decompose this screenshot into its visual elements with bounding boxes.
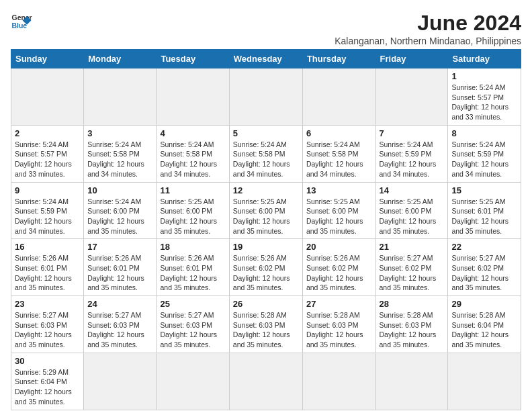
calendar-cell bbox=[302, 353, 375, 410]
day-of-week-header: Thursday bbox=[302, 50, 375, 68]
day-sun-info: Sunrise: 5:24 AM Sunset: 5:59 PM Dayligh… bbox=[15, 197, 80, 236]
day-sun-info: Sunrise: 5:24 AM Sunset: 5:59 PM Dayligh… bbox=[451, 140, 517, 179]
calendar-week-row: 9Sunrise: 5:24 AM Sunset: 5:59 PM Daylig… bbox=[11, 182, 521, 239]
day-number: 21 bbox=[380, 242, 445, 252]
calendar-cell bbox=[11, 68, 84, 126]
day-sun-info: Sunrise: 5:24 AM Sunset: 5:57 PM Dayligh… bbox=[15, 140, 80, 179]
day-number: 9 bbox=[15, 185, 80, 195]
day-sun-info: Sunrise: 5:26 AM Sunset: 6:01 PM Dayligh… bbox=[160, 253, 225, 293]
calendar-cell: 22Sunrise: 5:27 AM Sunset: 6:02 PM Dayli… bbox=[448, 239, 521, 296]
day-sun-info: Sunrise: 5:27 AM Sunset: 6:02 PM Dayligh… bbox=[451, 253, 517, 293]
day-number: 1 bbox=[451, 71, 517, 81]
calendar-cell: 6Sunrise: 5:24 AM Sunset: 5:58 PM Daylig… bbox=[302, 125, 375, 182]
day-sun-info: Sunrise: 5:27 AM Sunset: 6:03 PM Dayligh… bbox=[160, 310, 225, 350]
day-number: 30 bbox=[15, 356, 80, 366]
calendar-cell: 18Sunrise: 5:26 AM Sunset: 6:01 PM Dayli… bbox=[157, 239, 229, 296]
calendar-cell: 2Sunrise: 5:24 AM Sunset: 5:57 PM Daylig… bbox=[11, 125, 84, 182]
location-subtitle: Kalanganan, Northern Mindanao, Philippin… bbox=[335, 36, 521, 46]
calendar-cell bbox=[84, 353, 157, 410]
calendar-cell: 16Sunrise: 5:26 AM Sunset: 6:01 PM Dayli… bbox=[11, 239, 84, 296]
calendar-cell: 1Sunrise: 5:24 AM Sunset: 5:57 PM Daylig… bbox=[448, 68, 521, 126]
calendar-cell: 3Sunrise: 5:24 AM Sunset: 5:58 PM Daylig… bbox=[84, 125, 157, 182]
day-number: 26 bbox=[233, 299, 299, 309]
day-sun-info: Sunrise: 5:28 AM Sunset: 6:03 PM Dayligh… bbox=[233, 310, 299, 350]
calendar-cell bbox=[302, 68, 375, 126]
day-sun-info: Sunrise: 5:25 AM Sunset: 6:00 PM Dayligh… bbox=[233, 197, 299, 236]
calendar-week-row: 16Sunrise: 5:26 AM Sunset: 6:01 PM Dayli… bbox=[11, 239, 521, 296]
day-number: 11 bbox=[160, 185, 225, 195]
day-number: 25 bbox=[160, 299, 225, 309]
day-number: 13 bbox=[306, 185, 372, 195]
calendar-cell bbox=[157, 353, 229, 410]
day-sun-info: Sunrise: 5:28 AM Sunset: 6:03 PM Dayligh… bbox=[306, 310, 372, 350]
day-number: 17 bbox=[87, 242, 152, 252]
day-number: 15 bbox=[451, 185, 517, 195]
day-sun-info: Sunrise: 5:27 AM Sunset: 6:03 PM Dayligh… bbox=[87, 310, 152, 350]
day-number: 20 bbox=[306, 242, 372, 252]
calendar-cell bbox=[448, 353, 521, 410]
day-sun-info: Sunrise: 5:27 AM Sunset: 6:02 PM Dayligh… bbox=[380, 253, 445, 293]
calendar-week-row: 23Sunrise: 5:27 AM Sunset: 6:03 PM Dayli… bbox=[11, 296, 521, 353]
day-number: 12 bbox=[233, 185, 299, 195]
day-sun-info: Sunrise: 5:25 AM Sunset: 6:00 PM Dayligh… bbox=[160, 197, 225, 236]
calendar-cell: 8Sunrise: 5:24 AM Sunset: 5:59 PM Daylig… bbox=[448, 125, 521, 182]
title-area: June 2024 Kalanganan, Northern Mindanao,… bbox=[335, 11, 521, 46]
calendar-cell: 19Sunrise: 5:26 AM Sunset: 6:02 PM Dayli… bbox=[229, 239, 302, 296]
calendar-cell: 12Sunrise: 5:25 AM Sunset: 6:00 PM Dayli… bbox=[229, 182, 302, 239]
calendar-cell: 9Sunrise: 5:24 AM Sunset: 5:59 PM Daylig… bbox=[11, 182, 84, 239]
calendar-cell: 5Sunrise: 5:24 AM Sunset: 5:58 PM Daylig… bbox=[229, 125, 302, 182]
calendar-cell bbox=[229, 68, 302, 126]
day-sun-info: Sunrise: 5:27 AM Sunset: 6:03 PM Dayligh… bbox=[15, 310, 80, 350]
day-sun-info: Sunrise: 5:24 AM Sunset: 5:57 PM Dayligh… bbox=[451, 83, 517, 122]
day-sun-info: Sunrise: 5:28 AM Sunset: 6:04 PM Dayligh… bbox=[451, 310, 517, 350]
day-sun-info: Sunrise: 5:25 AM Sunset: 6:00 PM Dayligh… bbox=[306, 197, 372, 236]
calendar-cell: 11Sunrise: 5:25 AM Sunset: 6:00 PM Dayli… bbox=[157, 182, 229, 239]
calendar-cell: 26Sunrise: 5:28 AM Sunset: 6:03 PM Dayli… bbox=[229, 296, 302, 353]
day-number: 7 bbox=[380, 128, 445, 138]
logo: General Blue bbox=[11, 11, 32, 32]
calendar-cell: 25Sunrise: 5:27 AM Sunset: 6:03 PM Dayli… bbox=[157, 296, 229, 353]
calendar-table: SundayMondayTuesdayWednesdayThursdayFrid… bbox=[11, 49, 521, 410]
calendar-week-row: 2Sunrise: 5:24 AM Sunset: 5:57 PM Daylig… bbox=[11, 125, 521, 182]
svg-text:Blue: Blue bbox=[12, 22, 28, 30]
day-sun-info: Sunrise: 5:24 AM Sunset: 5:58 PM Dayligh… bbox=[87, 140, 152, 179]
calendar-cell bbox=[375, 68, 448, 126]
page-header: General Blue June 2024 Kalanganan, North… bbox=[11, 11, 521, 46]
day-number: 23 bbox=[15, 299, 80, 309]
calendar-cell: 29Sunrise: 5:28 AM Sunset: 6:04 PM Dayli… bbox=[448, 296, 521, 353]
day-sun-info: Sunrise: 5:25 AM Sunset: 6:00 PM Dayligh… bbox=[380, 197, 445, 236]
calendar-cell: 15Sunrise: 5:25 AM Sunset: 6:01 PM Dayli… bbox=[448, 182, 521, 239]
day-sun-info: Sunrise: 5:24 AM Sunset: 5:59 PM Dayligh… bbox=[380, 140, 445, 179]
day-number: 18 bbox=[160, 242, 225, 252]
day-sun-info: Sunrise: 5:24 AM Sunset: 5:58 PM Dayligh… bbox=[306, 140, 372, 179]
calendar-week-row: 1Sunrise: 5:24 AM Sunset: 5:57 PM Daylig… bbox=[11, 68, 521, 126]
calendar-cell bbox=[157, 68, 229, 126]
calendar-cell: 27Sunrise: 5:28 AM Sunset: 6:03 PM Dayli… bbox=[302, 296, 375, 353]
logo-icon: General Blue bbox=[11, 11, 32, 32]
calendar-cell: 10Sunrise: 5:24 AM Sunset: 6:00 PM Dayli… bbox=[84, 182, 157, 239]
day-sun-info: Sunrise: 5:25 AM Sunset: 6:01 PM Dayligh… bbox=[451, 197, 517, 236]
day-of-week-header: Monday bbox=[84, 50, 157, 68]
day-number: 22 bbox=[451, 242, 517, 252]
day-sun-info: Sunrise: 5:26 AM Sunset: 6:01 PM Dayligh… bbox=[87, 253, 152, 293]
calendar-cell bbox=[84, 68, 157, 126]
day-sun-info: Sunrise: 5:26 AM Sunset: 6:02 PM Dayligh… bbox=[233, 253, 299, 293]
day-number: 2 bbox=[15, 128, 80, 138]
calendar-cell: 4Sunrise: 5:24 AM Sunset: 5:58 PM Daylig… bbox=[157, 125, 229, 182]
calendar-cell bbox=[375, 353, 448, 410]
calendar-header-row: SundayMondayTuesdayWednesdayThursdayFrid… bbox=[11, 50, 521, 68]
calendar-cell: 13Sunrise: 5:25 AM Sunset: 6:00 PM Dayli… bbox=[302, 182, 375, 239]
calendar-cell: 14Sunrise: 5:25 AM Sunset: 6:00 PM Dayli… bbox=[375, 182, 448, 239]
day-of-week-header: Wednesday bbox=[229, 50, 302, 68]
day-sun-info: Sunrise: 5:26 AM Sunset: 6:01 PM Dayligh… bbox=[15, 253, 80, 293]
day-number: 27 bbox=[306, 299, 372, 309]
day-number: 5 bbox=[233, 128, 299, 138]
day-number: 4 bbox=[160, 128, 225, 138]
day-of-week-header: Sunday bbox=[11, 50, 84, 68]
day-number: 3 bbox=[87, 128, 152, 138]
day-sun-info: Sunrise: 5:29 AM Sunset: 6:04 PM Dayligh… bbox=[15, 367, 80, 407]
day-number: 10 bbox=[87, 185, 152, 195]
calendar-cell: 24Sunrise: 5:27 AM Sunset: 6:03 PM Dayli… bbox=[84, 296, 157, 353]
day-number: 19 bbox=[233, 242, 299, 252]
month-year-title: June 2024 bbox=[335, 11, 521, 36]
